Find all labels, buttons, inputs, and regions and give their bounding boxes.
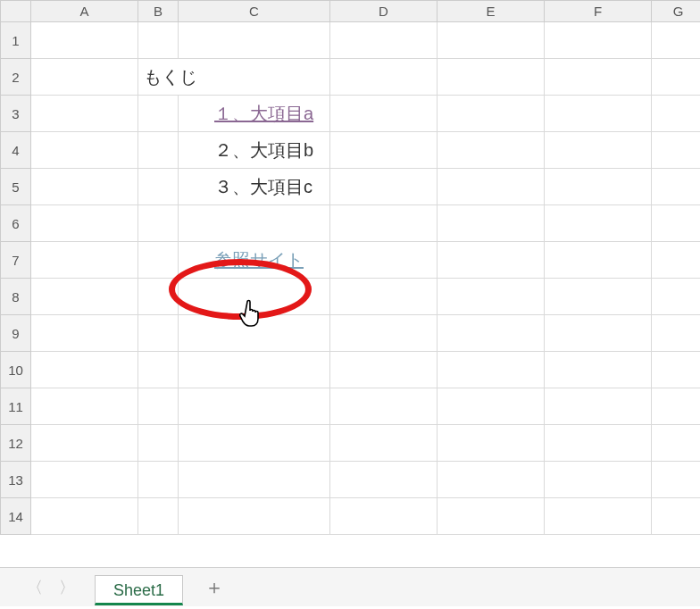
cell[interactable] bbox=[330, 462, 438, 498]
cell[interactable] bbox=[438, 96, 545, 132]
cell[interactable] bbox=[31, 169, 138, 205]
row-header[interactable]: 4 bbox=[1, 132, 31, 169]
cell[interactable] bbox=[652, 425, 701, 462]
cell[interactable] bbox=[31, 279, 138, 315]
cell[interactable] bbox=[438, 388, 545, 425]
cell[interactable] bbox=[545, 425, 652, 462]
cell[interactable] bbox=[138, 22, 179, 59]
cell[interactable] bbox=[545, 59, 652, 96]
cell[interactable] bbox=[652, 59, 701, 96]
row-header[interactable]: 6 bbox=[1, 205, 31, 242]
row-header[interactable]: 9 bbox=[1, 315, 31, 352]
cell[interactable] bbox=[138, 242, 179, 279]
cell[interactable] bbox=[438, 242, 545, 279]
cell-hyperlink[interactable]: １、大項目a bbox=[179, 96, 330, 132]
cell[interactable] bbox=[31, 498, 138, 535]
cell[interactable] bbox=[652, 22, 701, 59]
cell[interactable] bbox=[179, 315, 330, 352]
cell[interactable] bbox=[31, 96, 138, 132]
cell[interactable] bbox=[545, 388, 652, 425]
row-header[interactable]: 2 bbox=[1, 59, 31, 96]
cell[interactable] bbox=[438, 462, 545, 498]
hyperlink-text[interactable]: 参照サイト bbox=[214, 250, 304, 270]
cell[interactable] bbox=[31, 205, 138, 242]
cell[interactable] bbox=[652, 205, 701, 242]
cell[interactable] bbox=[545, 205, 652, 242]
row-header[interactable]: 8 bbox=[1, 279, 31, 315]
cell[interactable] bbox=[330, 315, 438, 352]
cell[interactable] bbox=[438, 59, 545, 96]
cell[interactable] bbox=[31, 462, 138, 498]
cell[interactable] bbox=[31, 352, 138, 388]
cell[interactable] bbox=[330, 169, 438, 205]
cell[interactable] bbox=[652, 242, 701, 279]
cell[interactable] bbox=[138, 388, 179, 425]
cell-hyperlink[interactable]: 参照サイト bbox=[179, 242, 330, 279]
cell[interactable] bbox=[179, 22, 330, 59]
cell[interactable] bbox=[138, 352, 179, 388]
cell[interactable] bbox=[330, 279, 438, 315]
cell[interactable] bbox=[179, 388, 330, 425]
cell[interactable] bbox=[138, 279, 179, 315]
cell[interactable] bbox=[330, 242, 438, 279]
cell[interactable] bbox=[652, 388, 701, 425]
cell[interactable] bbox=[31, 22, 138, 59]
cell[interactable] bbox=[330, 388, 438, 425]
cell[interactable] bbox=[330, 59, 438, 96]
col-header[interactable]: B bbox=[138, 1, 179, 22]
cell[interactable] bbox=[438, 315, 545, 352]
cell[interactable] bbox=[330, 132, 438, 169]
cell[interactable] bbox=[438, 132, 545, 169]
cell[interactable] bbox=[652, 96, 701, 132]
cell[interactable] bbox=[330, 96, 438, 132]
row-header[interactable]: 14 bbox=[1, 498, 31, 535]
cell[interactable] bbox=[31, 242, 138, 279]
cell[interactable] bbox=[138, 425, 179, 462]
row-header[interactable]: 1 bbox=[1, 22, 31, 59]
cell[interactable] bbox=[330, 425, 438, 462]
cell[interactable] bbox=[438, 22, 545, 59]
cell[interactable] bbox=[652, 498, 701, 535]
cell[interactable] bbox=[138, 315, 179, 352]
col-header[interactable]: A bbox=[31, 1, 138, 22]
col-header[interactable]: G bbox=[652, 1, 701, 22]
select-all-corner[interactable] bbox=[1, 1, 31, 22]
row-header[interactable]: 13 bbox=[1, 462, 31, 498]
col-header[interactable]: E bbox=[438, 1, 545, 22]
cell[interactable] bbox=[652, 132, 701, 169]
row-header[interactable]: 11 bbox=[1, 388, 31, 425]
cell[interactable] bbox=[330, 22, 438, 59]
row-header[interactable]: 5 bbox=[1, 169, 31, 205]
row-header[interactable]: 12 bbox=[1, 425, 31, 462]
cell[interactable] bbox=[652, 169, 701, 205]
add-sheet-button[interactable]: ＋ bbox=[183, 574, 246, 601]
cell[interactable] bbox=[545, 279, 652, 315]
cell[interactable] bbox=[545, 352, 652, 388]
cell[interactable] bbox=[138, 205, 179, 242]
cell[interactable] bbox=[545, 96, 652, 132]
row-header[interactable]: 10 bbox=[1, 352, 31, 388]
cell[interactable] bbox=[545, 498, 652, 535]
cell-title[interactable]: もくじ bbox=[138, 59, 330, 96]
cell[interactable] bbox=[545, 169, 652, 205]
cell[interactable] bbox=[179, 425, 330, 462]
cell[interactable] bbox=[438, 425, 545, 462]
cell[interactable] bbox=[179, 279, 330, 315]
cell[interactable] bbox=[179, 205, 330, 242]
cell[interactable] bbox=[179, 352, 330, 388]
cell[interactable] bbox=[545, 242, 652, 279]
cell[interactable] bbox=[138, 462, 179, 498]
cell[interactable] bbox=[138, 132, 179, 169]
cell[interactable] bbox=[545, 462, 652, 498]
cell[interactable] bbox=[438, 279, 545, 315]
cell[interactable] bbox=[179, 462, 330, 498]
cell[interactable] bbox=[31, 315, 138, 352]
cell[interactable] bbox=[545, 315, 652, 352]
col-header[interactable]: F bbox=[545, 1, 652, 22]
row-header[interactable]: 7 bbox=[1, 242, 31, 279]
cell[interactable] bbox=[138, 498, 179, 535]
spreadsheet-grid[interactable]: A B C D E F G 1 2 もくじ 3 １、大項目a bbox=[0, 0, 700, 563]
cell[interactable] bbox=[545, 132, 652, 169]
cell[interactable] bbox=[31, 388, 138, 425]
cell[interactable]: ２、大項目b bbox=[179, 132, 330, 169]
